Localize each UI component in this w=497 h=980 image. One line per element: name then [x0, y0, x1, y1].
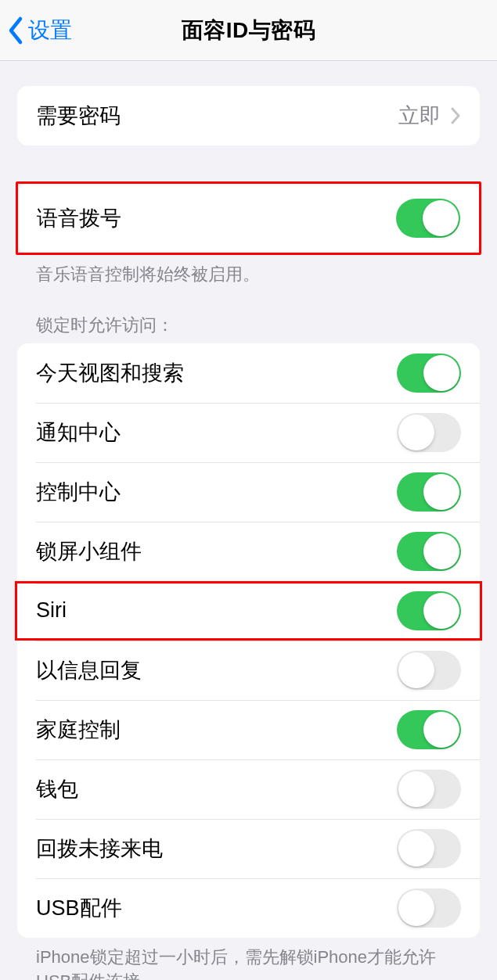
row-label: 钱包 [36, 775, 78, 803]
row-label: Siri [36, 598, 67, 623]
row-label: 需要密码 [36, 102, 121, 130]
lock-access-list: 今天视图和搜索通知中心控制中心锁屏小组件Siri以信息回复家庭控制钱包回拨未接来… [17, 343, 480, 938]
lock-access-row: 控制中心 [17, 462, 480, 522]
lock-access-row: 锁屏小组件 [17, 522, 480, 581]
lock-access-row: 今天视图和搜索 [17, 343, 480, 403]
lock-access-row: 家庭控制 [17, 700, 480, 759]
lock-access-footer: iPhone锁定超过一小时后，需先解锁iPhone才能允许USB配件连接。 [0, 938, 497, 980]
row-label: USB配件 [36, 894, 122, 922]
lock-access-row: 钱包 [17, 759, 480, 819]
row-label: 回拨未接来电 [36, 835, 163, 863]
row-label: 以信息回复 [36, 656, 142, 684]
toggle[interactable] [397, 888, 461, 928]
require-passcode-row[interactable]: 需要密码 立即 [17, 86, 480, 145]
lock-access-row: USB配件 [17, 878, 480, 938]
row-label: 锁屏小组件 [36, 537, 142, 565]
row-label: 语音拨号 [37, 204, 121, 232]
toggle[interactable] [397, 354, 461, 393]
toggle[interactable] [397, 651, 461, 690]
toggle[interactable] [397, 770, 461, 809]
chevron-left-icon [6, 16, 25, 45]
highlight-siri-row: Siri [15, 581, 482, 641]
lock-access-header: 锁定时允许访问： [0, 314, 497, 343]
toggle[interactable] [397, 710, 461, 749]
chevron-right-icon [450, 107, 461, 124]
back-label: 设置 [28, 16, 72, 45]
highlight-voice-dial: 语音拨号 [16, 181, 481, 255]
row-label: 控制中心 [36, 478, 121, 506]
toggle[interactable] [397, 472, 461, 512]
page-title: 面容ID与密码 [182, 16, 316, 45]
toggle[interactable] [397, 413, 461, 452]
lock-access-row: 回拨未接来电 [17, 819, 480, 878]
toggle[interactable] [397, 829, 461, 868]
voice-dial-row: 语音拨号 [18, 184, 479, 253]
toggle[interactable] [397, 532, 461, 571]
voice-dial-footer: 音乐语音控制将始终被启用。 [0, 255, 497, 287]
row-value: 立即 [398, 102, 441, 130]
toggle[interactable] [397, 591, 461, 630]
nav-bar: 设置 面容ID与密码 [0, 0, 497, 61]
lock-access-row: 通知中心 [17, 403, 480, 462]
row-label: 家庭控制 [36, 716, 121, 744]
row-label: 今天视图和搜索 [36, 359, 184, 387]
back-button[interactable]: 设置 [6, 16, 72, 45]
voice-dial-toggle[interactable] [396, 199, 460, 238]
lock-access-row: 以信息回复 [17, 641, 480, 700]
row-label: 通知中心 [36, 418, 121, 447]
